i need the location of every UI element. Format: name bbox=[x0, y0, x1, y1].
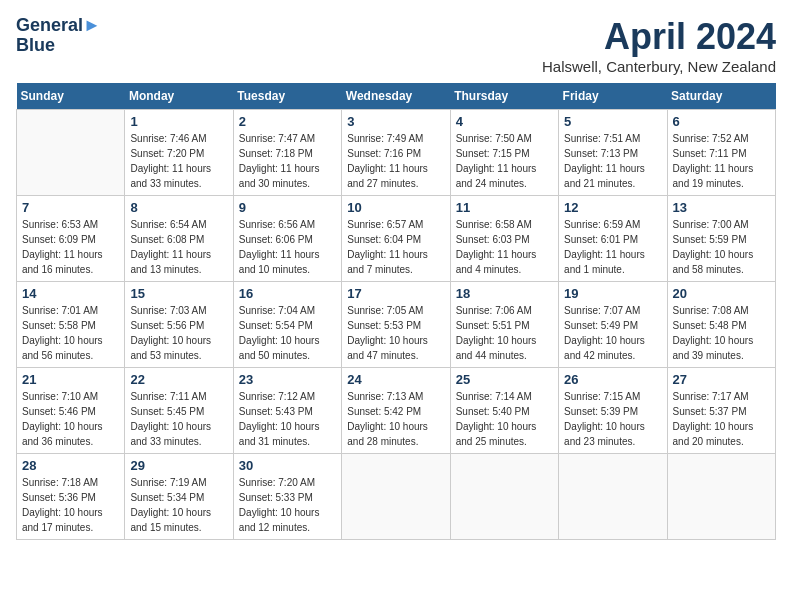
calendar-cell: 22Sunrise: 7:11 AMSunset: 5:45 PMDayligh… bbox=[125, 368, 233, 454]
day-info: Sunrise: 7:14 AMSunset: 5:40 PMDaylight:… bbox=[456, 389, 553, 449]
day-number: 20 bbox=[673, 286, 770, 301]
calendar-cell: 10Sunrise: 6:57 AMSunset: 6:04 PMDayligh… bbox=[342, 196, 450, 282]
day-info: Sunrise: 7:12 AMSunset: 5:43 PMDaylight:… bbox=[239, 389, 336, 449]
calendar-cell: 26Sunrise: 7:15 AMSunset: 5:39 PMDayligh… bbox=[559, 368, 667, 454]
day-info: Sunrise: 7:20 AMSunset: 5:33 PMDaylight:… bbox=[239, 475, 336, 535]
day-of-week-header: Friday bbox=[559, 83, 667, 110]
day-number: 1 bbox=[130, 114, 227, 129]
day-number: 3 bbox=[347, 114, 444, 129]
day-info: Sunrise: 7:52 AMSunset: 7:11 PMDaylight:… bbox=[673, 131, 770, 191]
day-info: Sunrise: 7:13 AMSunset: 5:42 PMDaylight:… bbox=[347, 389, 444, 449]
day-number: 26 bbox=[564, 372, 661, 387]
calendar-cell: 9Sunrise: 6:56 AMSunset: 6:06 PMDaylight… bbox=[233, 196, 341, 282]
day-number: 18 bbox=[456, 286, 553, 301]
calendar-cell: 15Sunrise: 7:03 AMSunset: 5:56 PMDayligh… bbox=[125, 282, 233, 368]
calendar-body: 1Sunrise: 7:46 AMSunset: 7:20 PMDaylight… bbox=[17, 110, 776, 540]
day-info: Sunrise: 7:18 AMSunset: 5:36 PMDaylight:… bbox=[22, 475, 119, 535]
calendar-cell bbox=[667, 454, 775, 540]
day-number: 5 bbox=[564, 114, 661, 129]
calendar-cell: 20Sunrise: 7:08 AMSunset: 5:48 PMDayligh… bbox=[667, 282, 775, 368]
calendar-cell: 8Sunrise: 6:54 AMSunset: 6:08 PMDaylight… bbox=[125, 196, 233, 282]
day-info: Sunrise: 7:15 AMSunset: 5:39 PMDaylight:… bbox=[564, 389, 661, 449]
calendar-cell: 25Sunrise: 7:14 AMSunset: 5:40 PMDayligh… bbox=[450, 368, 558, 454]
month-title: April 2024 bbox=[542, 16, 776, 58]
day-info: Sunrise: 7:00 AMSunset: 5:59 PMDaylight:… bbox=[673, 217, 770, 277]
day-number: 8 bbox=[130, 200, 227, 215]
day-number: 29 bbox=[130, 458, 227, 473]
day-number: 2 bbox=[239, 114, 336, 129]
day-info: Sunrise: 7:08 AMSunset: 5:48 PMDaylight:… bbox=[673, 303, 770, 363]
day-number: 16 bbox=[239, 286, 336, 301]
calendar-cell: 21Sunrise: 7:10 AMSunset: 5:46 PMDayligh… bbox=[17, 368, 125, 454]
logo: General►Blue bbox=[16, 16, 101, 56]
calendar-cell: 1Sunrise: 7:46 AMSunset: 7:20 PMDaylight… bbox=[125, 110, 233, 196]
day-number: 27 bbox=[673, 372, 770, 387]
day-number: 15 bbox=[130, 286, 227, 301]
calendar-cell: 28Sunrise: 7:18 AMSunset: 5:36 PMDayligh… bbox=[17, 454, 125, 540]
calendar-cell: 3Sunrise: 7:49 AMSunset: 7:16 PMDaylight… bbox=[342, 110, 450, 196]
day-number: 9 bbox=[239, 200, 336, 215]
calendar-header-row: SundayMondayTuesdayWednesdayThursdayFrid… bbox=[17, 83, 776, 110]
day-info: Sunrise: 6:54 AMSunset: 6:08 PMDaylight:… bbox=[130, 217, 227, 277]
day-number: 19 bbox=[564, 286, 661, 301]
calendar-cell: 2Sunrise: 7:47 AMSunset: 7:18 PMDaylight… bbox=[233, 110, 341, 196]
calendar-week-row: 1Sunrise: 7:46 AMSunset: 7:20 PMDaylight… bbox=[17, 110, 776, 196]
calendar-cell: 23Sunrise: 7:12 AMSunset: 5:43 PMDayligh… bbox=[233, 368, 341, 454]
day-info: Sunrise: 7:06 AMSunset: 5:51 PMDaylight:… bbox=[456, 303, 553, 363]
day-number: 13 bbox=[673, 200, 770, 215]
day-info: Sunrise: 6:58 AMSunset: 6:03 PMDaylight:… bbox=[456, 217, 553, 277]
calendar-cell: 17Sunrise: 7:05 AMSunset: 5:53 PMDayligh… bbox=[342, 282, 450, 368]
calendar-cell bbox=[559, 454, 667, 540]
calendar-week-row: 21Sunrise: 7:10 AMSunset: 5:46 PMDayligh… bbox=[17, 368, 776, 454]
day-info: Sunrise: 7:50 AMSunset: 7:15 PMDaylight:… bbox=[456, 131, 553, 191]
calendar-cell: 29Sunrise: 7:19 AMSunset: 5:34 PMDayligh… bbox=[125, 454, 233, 540]
calendar-week-row: 28Sunrise: 7:18 AMSunset: 5:36 PMDayligh… bbox=[17, 454, 776, 540]
day-info: Sunrise: 7:05 AMSunset: 5:53 PMDaylight:… bbox=[347, 303, 444, 363]
day-of-week-header: Saturday bbox=[667, 83, 775, 110]
calendar-cell: 19Sunrise: 7:07 AMSunset: 5:49 PMDayligh… bbox=[559, 282, 667, 368]
calendar-cell: 5Sunrise: 7:51 AMSunset: 7:13 PMDaylight… bbox=[559, 110, 667, 196]
day-info: Sunrise: 7:17 AMSunset: 5:37 PMDaylight:… bbox=[673, 389, 770, 449]
day-number: 7 bbox=[22, 200, 119, 215]
day-info: Sunrise: 6:57 AMSunset: 6:04 PMDaylight:… bbox=[347, 217, 444, 277]
day-of-week-header: Tuesday bbox=[233, 83, 341, 110]
day-number: 25 bbox=[456, 372, 553, 387]
page-header: General►Blue April 2024 Halswell, Canter… bbox=[16, 16, 776, 75]
day-info: Sunrise: 7:49 AMSunset: 7:16 PMDaylight:… bbox=[347, 131, 444, 191]
calendar-week-row: 7Sunrise: 6:53 AMSunset: 6:09 PMDaylight… bbox=[17, 196, 776, 282]
calendar-cell bbox=[17, 110, 125, 196]
calendar-cell: 18Sunrise: 7:06 AMSunset: 5:51 PMDayligh… bbox=[450, 282, 558, 368]
day-of-week-header: Sunday bbox=[17, 83, 125, 110]
title-block: April 2024 Halswell, Canterbury, New Zea… bbox=[542, 16, 776, 75]
day-info: Sunrise: 7:51 AMSunset: 7:13 PMDaylight:… bbox=[564, 131, 661, 191]
day-info: Sunrise: 7:07 AMSunset: 5:49 PMDaylight:… bbox=[564, 303, 661, 363]
day-number: 11 bbox=[456, 200, 553, 215]
logo-text: General►Blue bbox=[16, 16, 101, 56]
day-number: 14 bbox=[22, 286, 119, 301]
day-info: Sunrise: 6:59 AMSunset: 6:01 PMDaylight:… bbox=[564, 217, 661, 277]
day-info: Sunrise: 7:19 AMSunset: 5:34 PMDaylight:… bbox=[130, 475, 227, 535]
day-info: Sunrise: 7:46 AMSunset: 7:20 PMDaylight:… bbox=[130, 131, 227, 191]
calendar-cell: 4Sunrise: 7:50 AMSunset: 7:15 PMDaylight… bbox=[450, 110, 558, 196]
day-info: Sunrise: 7:11 AMSunset: 5:45 PMDaylight:… bbox=[130, 389, 227, 449]
calendar-cell: 13Sunrise: 7:00 AMSunset: 5:59 PMDayligh… bbox=[667, 196, 775, 282]
day-of-week-header: Thursday bbox=[450, 83, 558, 110]
calendar-cell: 12Sunrise: 6:59 AMSunset: 6:01 PMDayligh… bbox=[559, 196, 667, 282]
day-number: 23 bbox=[239, 372, 336, 387]
day-number: 28 bbox=[22, 458, 119, 473]
calendar-cell: 30Sunrise: 7:20 AMSunset: 5:33 PMDayligh… bbox=[233, 454, 341, 540]
calendar-cell: 27Sunrise: 7:17 AMSunset: 5:37 PMDayligh… bbox=[667, 368, 775, 454]
calendar-cell: 14Sunrise: 7:01 AMSunset: 5:58 PMDayligh… bbox=[17, 282, 125, 368]
day-info: Sunrise: 6:56 AMSunset: 6:06 PMDaylight:… bbox=[239, 217, 336, 277]
day-number: 10 bbox=[347, 200, 444, 215]
calendar-cell: 11Sunrise: 6:58 AMSunset: 6:03 PMDayligh… bbox=[450, 196, 558, 282]
day-info: Sunrise: 6:53 AMSunset: 6:09 PMDaylight:… bbox=[22, 217, 119, 277]
day-info: Sunrise: 7:10 AMSunset: 5:46 PMDaylight:… bbox=[22, 389, 119, 449]
day-number: 6 bbox=[673, 114, 770, 129]
calendar-cell: 6Sunrise: 7:52 AMSunset: 7:11 PMDaylight… bbox=[667, 110, 775, 196]
day-number: 21 bbox=[22, 372, 119, 387]
calendar-cell bbox=[342, 454, 450, 540]
day-info: Sunrise: 7:03 AMSunset: 5:56 PMDaylight:… bbox=[130, 303, 227, 363]
day-number: 24 bbox=[347, 372, 444, 387]
day-of-week-header: Wednesday bbox=[342, 83, 450, 110]
